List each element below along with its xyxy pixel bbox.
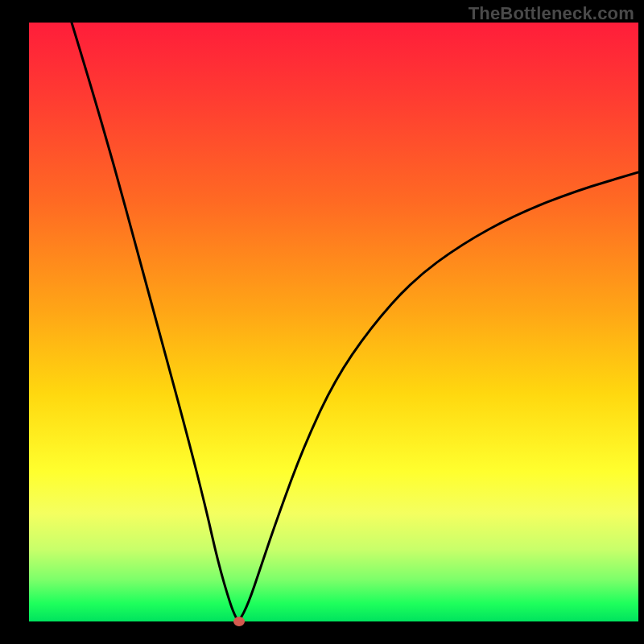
curve-vertex-dot <box>233 617 245 626</box>
bottleneck-curve <box>29 23 638 621</box>
plot-area <box>29 23 638 621</box>
chart-frame: TheBottleneck.com <box>0 0 644 644</box>
watermark-text: TheBottleneck.com <box>469 3 634 24</box>
